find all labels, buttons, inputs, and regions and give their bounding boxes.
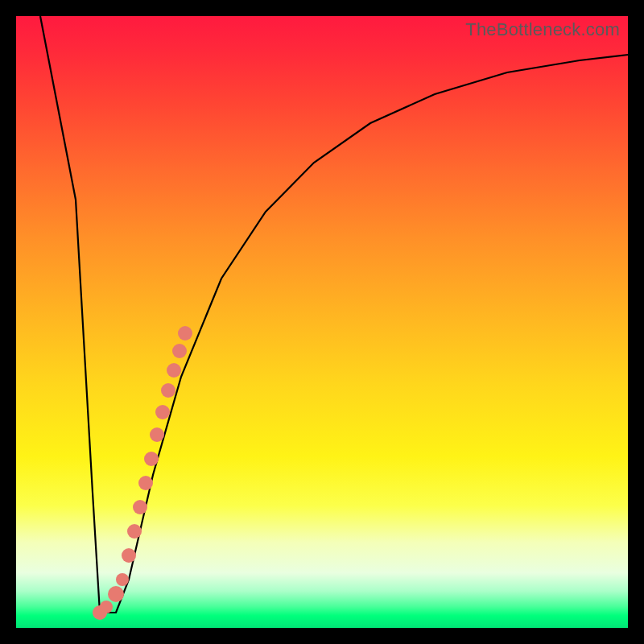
svg-point-5 [127, 524, 142, 539]
svg-point-12 [167, 363, 181, 378]
svg-point-13 [172, 344, 187, 358]
svg-point-4 [122, 548, 136, 563]
marker-group [93, 326, 192, 620]
curve-layer [16, 16, 628, 628]
svg-point-14 [178, 326, 192, 341]
svg-point-3 [116, 573, 129, 586]
bottleneck-curve-path [40, 16, 628, 613]
svg-point-11 [161, 383, 175, 398]
svg-point-1 [100, 601, 113, 613]
chart-frame: TheBottleneck.com [0, 0, 644, 644]
svg-point-8 [144, 452, 159, 466]
svg-point-6 [133, 500, 147, 514]
svg-point-9 [150, 427, 164, 442]
svg-point-2 [108, 586, 124, 602]
plot-area: TheBottleneck.com [16, 16, 628, 628]
svg-point-7 [138, 476, 153, 490]
svg-point-10 [155, 405, 170, 419]
